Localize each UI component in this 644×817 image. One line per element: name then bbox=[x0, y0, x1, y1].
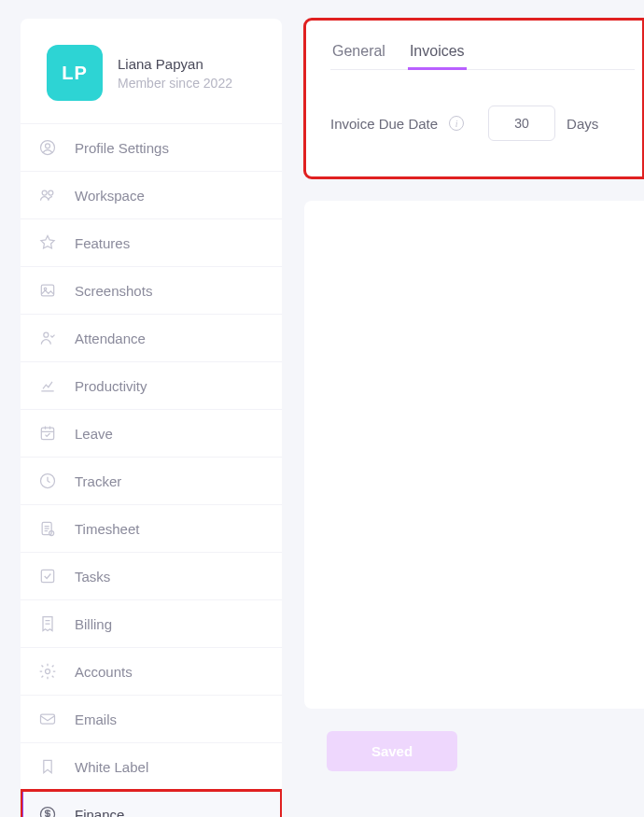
nav-list: Profile SettingsWorkspaceFeaturesScreens… bbox=[21, 123, 282, 817]
check-square-icon bbox=[37, 566, 58, 586]
bookmark-icon bbox=[37, 756, 58, 777]
person-check-icon bbox=[37, 328, 58, 348]
nav-item-tasks[interactable]: Tasks bbox=[21, 552, 282, 599]
nav-label: Timesheet bbox=[75, 521, 139, 537]
nav-label: Finance bbox=[75, 807, 124, 818]
profile-name: Liana Papyan bbox=[118, 56, 232, 72]
info-icon[interactable]: i bbox=[449, 116, 464, 131]
nav-item-finance[interactable]: Finance bbox=[21, 790, 282, 817]
tab-invoices[interactable]: Invoices bbox=[408, 37, 467, 69]
chart-icon bbox=[37, 375, 58, 396]
users-icon bbox=[37, 185, 58, 205]
nav-label: Profile Settings bbox=[75, 140, 169, 156]
nav-label: Workspace bbox=[75, 188, 145, 204]
main-content: General Invoices Invoice Due Date i Days… bbox=[304, 19, 644, 817]
invoice-due-date-row: Invoice Due Date i Days bbox=[330, 106, 635, 141]
nav-item-profile-settings[interactable]: Profile Settings bbox=[21, 123, 282, 171]
svg-point-1 bbox=[46, 144, 50, 148]
profile-info: Liana Papyan Member since 2022 bbox=[118, 56, 232, 91]
clock-icon bbox=[37, 471, 58, 491]
nav-item-white-label[interactable]: White Label bbox=[21, 742, 282, 790]
invoice-due-date-label: Invoice Due Date bbox=[330, 116, 438, 132]
profile-subtitle: Member since 2022 bbox=[118, 76, 232, 91]
svg-point-6 bbox=[44, 332, 49, 337]
svg-rect-11 bbox=[41, 570, 53, 582]
content-card bbox=[304, 201, 644, 709]
days-unit-label: Days bbox=[567, 116, 598, 132]
nav-item-productivity[interactable]: Productivity bbox=[21, 361, 282, 409]
nav-item-timesheet[interactable]: Timesheet bbox=[21, 504, 282, 552]
nav-item-emails[interactable]: Emails bbox=[21, 695, 282, 742]
nav-item-features[interactable]: Features bbox=[21, 218, 282, 266]
nav-label: Screenshots bbox=[75, 283, 152, 299]
nav-label: Billing bbox=[75, 616, 112, 632]
dollar-icon bbox=[37, 804, 58, 817]
nav-label: Leave bbox=[75, 426, 113, 442]
nav-item-workspace[interactable]: Workspace bbox=[21, 171, 282, 218]
saved-button[interactable]: Saved bbox=[327, 731, 457, 771]
settings-sidebar: LP Liana Papyan Member since 2022 Profil… bbox=[21, 19, 282, 817]
receipt-icon bbox=[37, 613, 58, 634]
nav-item-leave[interactable]: Leave bbox=[21, 409, 282, 457]
tab-general[interactable]: General bbox=[330, 37, 387, 69]
profile-header: LP Liana Papyan Member since 2022 bbox=[21, 19, 282, 123]
sheet-icon bbox=[37, 518, 58, 539]
tabs: General Invoices bbox=[330, 37, 635, 70]
user-circle-icon bbox=[37, 137, 58, 158]
svg-point-3 bbox=[49, 190, 53, 195]
envelope-icon bbox=[37, 709, 58, 729]
image-icon bbox=[37, 280, 58, 301]
star-icon bbox=[37, 232, 58, 253]
invoice-due-days-input[interactable] bbox=[488, 106, 555, 141]
calendar-icon bbox=[37, 423, 58, 444]
nav-label: Emails bbox=[75, 711, 117, 727]
nav-label: Productivity bbox=[75, 378, 147, 394]
nav-item-accounts[interactable]: Accounts bbox=[21, 647, 282, 695]
svg-point-2 bbox=[42, 190, 47, 195]
svg-rect-4 bbox=[41, 285, 53, 296]
nav-item-tracker[interactable]: Tracker bbox=[21, 457, 282, 504]
svg-rect-7 bbox=[41, 428, 53, 440]
nav-label: Accounts bbox=[75, 664, 133, 680]
nav-label: Attendance bbox=[75, 331, 146, 346]
nav-label: Tasks bbox=[75, 569, 110, 585]
nav-item-attendance[interactable]: Attendance bbox=[21, 314, 282, 361]
avatar: LP bbox=[47, 45, 103, 101]
svg-point-12 bbox=[46, 669, 50, 674]
nav-item-billing[interactable]: Billing bbox=[21, 599, 282, 647]
svg-rect-13 bbox=[41, 714, 55, 724]
nav-label: White Label bbox=[75, 759, 148, 775]
finance-panel: General Invoices Invoice Due Date i Days bbox=[304, 19, 644, 178]
nav-item-screenshots[interactable]: Screenshots bbox=[21, 266, 282, 314]
nav-label: Tracker bbox=[75, 473, 121, 489]
gear-icon bbox=[37, 661, 58, 682]
nav-label: Features bbox=[75, 235, 130, 251]
